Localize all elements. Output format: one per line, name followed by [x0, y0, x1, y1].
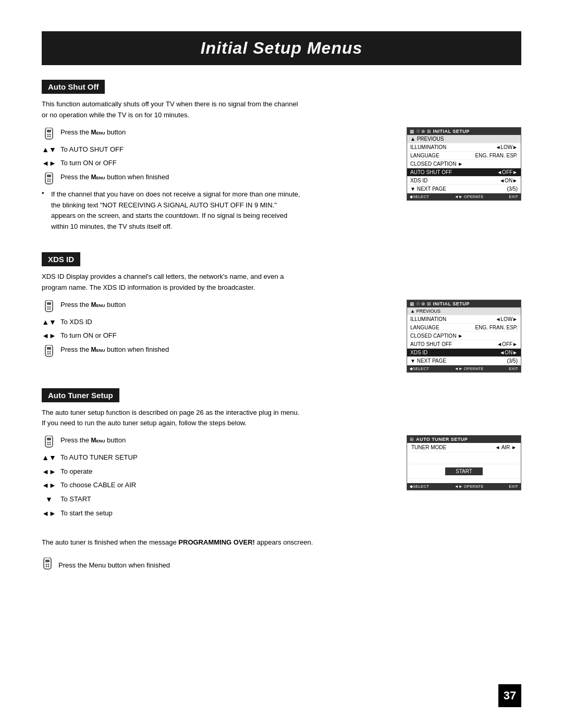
step-text: Press the Menu button: [60, 300, 126, 310]
step-row: ◄► To start the setup: [42, 508, 391, 519]
svg-rect-25: [47, 438, 51, 440]
svg-rect-31: [45, 560, 50, 562]
svg-point-26: [47, 442, 49, 443]
remote-icon: [42, 345, 56, 359]
screen-row: ILLUMINATION ◄LOW►: [407, 143, 521, 152]
step-text: Press the Menu button when finished: [60, 172, 169, 182]
svg-point-17: [50, 308, 51, 310]
leftright-arrow-icon: ◄►: [42, 158, 56, 169]
step-text: Press the Menu button: [60, 127, 126, 138]
svg-point-34: [46, 565, 47, 567]
svg-rect-12: [45, 300, 53, 312]
section-desc-auto-tuner-setup: The auto tuner setup function is describ…: [42, 408, 302, 429]
screen-row-highlight: XDS ID ◄ON►: [407, 349, 521, 357]
leftright-arrow-icon: ◄►: [42, 467, 56, 477]
press-menu-text: Press the Menu button when finished: [58, 560, 170, 571]
remote-icon: [42, 172, 56, 186]
page-number-badge: 37: [498, 684, 521, 707]
bullet-row: • If the channel that you have on does n…: [42, 189, 302, 232]
step-row: Press the Menu button when finished: [42, 344, 391, 359]
screen-footer: ◆SELECT ◄► OPERATE EXIT: [407, 483, 521, 490]
tuner-row-mode: TUNER MODE ◄ AIR ►: [407, 443, 521, 452]
section-desc-auto-shut-off: This function automatically shuts off yo…: [42, 99, 302, 121]
screen-row-next: ▼ NEXT PAGE (3/5): [407, 357, 521, 365]
screen-row: AUTO SHUT OFF ◄OFF►: [407, 340, 521, 349]
screen-header-icons: ▦ ☉ ⊕ ⊞: [410, 129, 431, 134]
step-text: To AUTO SHUT OFF: [60, 144, 124, 155]
svg-point-2: [47, 133, 49, 135]
screen-row: CLOSED CAPTION ►: [407, 332, 521, 340]
step-text: To turn ON or OFF: [60, 158, 117, 168]
svg-point-32: [46, 563, 47, 565]
screen-mockup-xds-id: ▦ ☉ ⊕ ⊞ INITIAL SETUP ▲ PREVIOUS ILLUMIN…: [407, 300, 521, 373]
svg-point-4: [47, 135, 49, 137]
svg-point-29: [50, 444, 51, 446]
tuner-start-row: START: [407, 464, 521, 479]
step-text: To XDS ID: [60, 317, 92, 327]
step-row: Press the Menu button: [42, 127, 391, 141]
spacer: [407, 479, 521, 483]
leftright-arrow-icon: ◄►: [42, 480, 56, 491]
step-row: ◄► To turn ON or OFF: [42, 330, 391, 341]
step-text: To choose CABLE or AIR: [60, 480, 136, 490]
svg-point-20: [47, 351, 49, 352]
svg-rect-7: [47, 175, 51, 177]
svg-point-10: [47, 180, 49, 182]
page-title: Initial Setup Menus: [42, 31, 521, 65]
svg-point-35: [48, 565, 50, 567]
section-content-xds-id: Press the Menu button ▲▼ To XDS ID ◄► To…: [42, 300, 521, 373]
step-row: ◄► To operate: [42, 466, 391, 477]
section-header-auto-shut-off: Auto Shut Off: [42, 80, 105, 94]
remote-icon: [42, 436, 56, 449]
step-text: To START: [60, 494, 91, 504]
svg-point-21: [50, 351, 51, 352]
section-content-auto-shut-off: Press the Menu button ▲▼ To AUTO SHUT OF…: [42, 127, 521, 237]
updown-arrow-icon: ▲▼: [42, 317, 56, 328]
steps-col-xds-id: Press the Menu button ▲▼ To XDS ID ◄► To…: [42, 300, 391, 362]
step-row: ▲▼ To AUTO TUNER SETUP: [42, 452, 391, 463]
press-menu-row: Press the Menu button when finished: [42, 558, 521, 573]
steps-col-auto-tuner-setup: Press the Menu button ▲▼ To AUTO TUNER S…: [42, 435, 391, 522]
screen-row-next: ▼ NEXT PAGE (3/5): [407, 185, 521, 193]
screen-header: ▦ ☉ ⊕ ⊞ INITIAL SETUP: [407, 300, 521, 307]
svg-point-5: [50, 135, 51, 137]
bullet-text: If the channel that you have on does not…: [51, 189, 302, 232]
steps-col-auto-shut-off: Press the Menu button ▲▼ To AUTO SHUT OF…: [42, 127, 391, 237]
step-row: ▲▼ To AUTO SHUT OFF: [42, 144, 391, 155]
updown-arrow-icon: ▲▼: [42, 453, 56, 463]
svg-point-28: [47, 444, 49, 446]
svg-point-3: [50, 133, 51, 135]
svg-rect-30: [44, 558, 51, 569]
leftright-arrow-icon: ◄►: [42, 331, 56, 341]
remote-icon: [42, 558, 53, 573]
screen-header: ▦ ☉ ⊕ ⊞ INITIAL SETUP: [407, 128, 521, 135]
svg-rect-13: [47, 302, 51, 305]
svg-rect-19: [47, 347, 51, 350]
page-container: Initial Setup Menus Auto Shut Off This f…: [0, 0, 563, 604]
start-button: START: [445, 467, 483, 475]
step-row: ▼ To START: [42, 494, 391, 505]
svg-point-27: [50, 442, 51, 443]
screen-row: XDS ID ◄ON►: [407, 177, 521, 185]
screen-mockup-auto-shut-off: ▦ ☉ ⊕ ⊞ INITIAL SETUP ▲ PREVIOUS ILLUMIN…: [407, 127, 521, 201]
step-row: Press the Menu button when finished: [42, 172, 391, 186]
section-xds-id: XDS ID XDS ID Display provides a channel…: [42, 252, 521, 373]
step-row: Press the Menu button: [42, 300, 391, 314]
svg-point-16: [47, 308, 49, 310]
step-row: ◄► To turn ON or OFF: [42, 158, 391, 169]
screen-header-title: INITIAL SETUP: [433, 129, 470, 134]
step-row: ◄► To choose CABLE or AIR: [42, 480, 391, 491]
screen-footer: ◆SELECT ◄► OPERATE EXIT: [407, 365, 521, 372]
step-row: ▲▼ To XDS ID: [42, 317, 391, 328]
section-header-xds-id: XDS ID: [42, 252, 80, 266]
step-row: Press the Menu button: [42, 435, 391, 449]
screen-row: CLOSED CAPTION ►: [407, 160, 521, 168]
section-header-auto-tuner-setup: Auto Tuner Setup: [42, 388, 119, 402]
screen-row-prev: ▲ PREVIOUS: [407, 135, 521, 143]
section-auto-tuner-setup: Auto Tuner Setup The auto tuner setup fu…: [42, 388, 521, 522]
step-text: To AUTO TUNER SETUP: [60, 452, 138, 463]
remote-icon: [42, 128, 56, 141]
remote-icon: [42, 300, 56, 314]
leftright-arrow-icon: ◄►: [42, 509, 56, 519]
svg-point-8: [47, 178, 49, 180]
